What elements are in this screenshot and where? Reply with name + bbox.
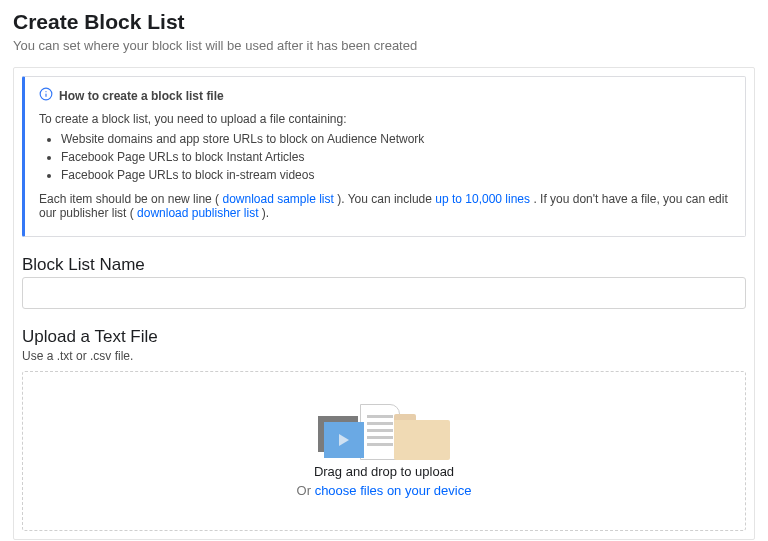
upload-illustration-icon [318, 404, 450, 460]
info-footer: Each item should be on new line ( downlo… [39, 192, 731, 220]
info-bullet-3: Facebook Page URLs to block in-stream vi… [61, 166, 731, 184]
name-section: Block List Name [22, 255, 746, 309]
name-heading: Block List Name [22, 255, 746, 275]
upload-section: Upload a Text File Use a .txt or .csv fi… [22, 327, 746, 531]
dropzone-or-line: Or choose files on your device [297, 483, 472, 498]
info-bullet-1: Website domains and app store URLs to bl… [61, 130, 731, 148]
info-bullets: Website domains and app store URLs to bl… [61, 130, 731, 184]
upload-dropzone[interactable]: Drag and drop to upload Or choose files … [22, 371, 746, 531]
info-heading: How to create a block list file [59, 89, 224, 103]
page-subtitle: You can set where your block list will b… [13, 38, 755, 53]
download-sample-link[interactable]: download sample list [222, 192, 333, 206]
upload-heading: Upload a Text File [22, 327, 746, 347]
upload-hint: Use a .txt or .csv file. [22, 349, 746, 363]
page-root: Create Block List You can set where your… [0, 0, 768, 541]
info-icon [39, 87, 53, 104]
main-panel: How to create a block list file To creat… [13, 67, 755, 540]
dropzone-text: Drag and drop to upload [314, 464, 454, 479]
info-bullet-2: Facebook Page URLs to block Instant Arti… [61, 148, 731, 166]
max-lines-link[interactable]: up to 10,000 lines [435, 192, 530, 206]
download-publisher-link[interactable]: download publisher list [137, 206, 258, 220]
info-box: How to create a block list file To creat… [22, 76, 746, 237]
info-intro: To create a block list, you need to uplo… [39, 112, 731, 126]
choose-files-link[interactable]: choose files on your device [315, 483, 472, 498]
block-list-name-input[interactable] [22, 277, 746, 309]
page-title: Create Block List [13, 10, 755, 34]
